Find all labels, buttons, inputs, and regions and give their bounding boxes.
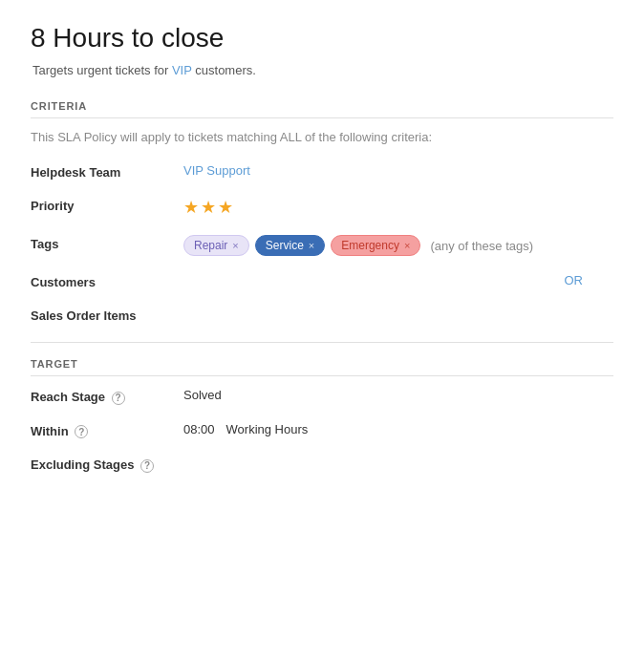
- target-section: TARGET Reach Stage ? Solved Within ? 08:…: [31, 358, 613, 473]
- helpdesk-team-row: Helpdesk Team VIP Support: [31, 163, 613, 180]
- priority-value: ★ ★ ★: [183, 197, 233, 218]
- within-row: Within ? 08:00 Working Hours: [31, 422, 613, 439]
- vip-link[interactable]: VIP: [172, 63, 192, 77]
- tags-value: Repair × Service × Emergency × (any of t…: [183, 235, 533, 256]
- reach-stage-label: Reach Stage ?: [31, 388, 183, 405]
- sales-order-items-label: Sales Order Items: [31, 307, 183, 323]
- within-time: 08:00: [183, 422, 215, 436]
- reach-stage-text: Solved: [183, 388, 222, 402]
- within-value: 08:00 Working Hours: [183, 422, 308, 436]
- customers-value: OR: [183, 273, 613, 287]
- section-divider: [31, 342, 613, 343]
- star-3: ★: [218, 197, 233, 218]
- criteria-description: This SLA Policy will apply to tickets ma…: [31, 130, 613, 144]
- excluding-stages-help-icon[interactable]: ?: [140, 459, 154, 473]
- tag-emergency-close[interactable]: ×: [404, 240, 410, 251]
- reach-stage-value: Solved: [183, 388, 222, 402]
- priority-label: Priority: [31, 197, 183, 213]
- star-2: ★: [201, 197, 216, 218]
- excluding-stages-label: Excluding Stages ?: [31, 456, 183, 473]
- reach-stage-help-icon[interactable]: ?: [112, 392, 125, 405]
- helpdesk-team-label: Helpdesk Team: [31, 163, 183, 180]
- subtitle-post: customers.: [192, 63, 256, 77]
- tag-emergency-label: Emergency: [341, 239, 399, 252]
- tag-service-close[interactable]: ×: [309, 240, 314, 251]
- within-unit: Working Hours: [226, 422, 309, 436]
- customers-label: Customers: [31, 273, 183, 289]
- tags-label: Tags: [31, 235, 183, 251]
- customers-row: Customers OR: [31, 273, 613, 289]
- within-label: Within ?: [31, 422, 183, 439]
- excluding-stages-row: Excluding Stages ?: [31, 456, 613, 473]
- tag-repair[interactable]: Repair ×: [183, 235, 249, 256]
- page-subtitle: Targets urgent tickets for VIP customers…: [31, 63, 613, 77]
- priority-row: Priority ★ ★ ★: [31, 197, 613, 218]
- tag-emergency[interactable]: Emergency ×: [331, 235, 420, 256]
- priority-stars[interactable]: ★ ★ ★: [183, 197, 233, 218]
- helpdesk-team-value: VIP Support: [183, 163, 250, 178]
- sales-order-items-row: Sales Order Items: [31, 307, 613, 323]
- criteria-section-header: CRITERIA: [31, 100, 613, 118]
- criteria-section: CRITERIA This SLA Policy will apply to t…: [31, 100, 613, 323]
- tag-service-label: Service: [266, 239, 304, 252]
- reach-stage-row: Reach Stage ? Solved: [31, 388, 613, 405]
- customers-or: OR: [565, 273, 591, 287]
- tags-row: Tags Repair × Service × Emergency × (any…: [31, 235, 613, 256]
- target-section-header: TARGET: [31, 358, 613, 376]
- tag-repair-label: Repair: [194, 239, 227, 252]
- helpdesk-team-text[interactable]: VIP Support: [183, 163, 250, 178]
- tag-repair-close[interactable]: ×: [232, 240, 238, 251]
- page-title: 8 Hours to close: [31, 23, 613, 53]
- star-1: ★: [183, 197, 199, 218]
- any-of-text: (any of these tags): [430, 239, 533, 253]
- tag-service[interactable]: Service ×: [255, 235, 325, 256]
- subtitle-pre: Targets urgent tickets for: [32, 63, 172, 77]
- within-help-icon[interactable]: ?: [75, 425, 88, 438]
